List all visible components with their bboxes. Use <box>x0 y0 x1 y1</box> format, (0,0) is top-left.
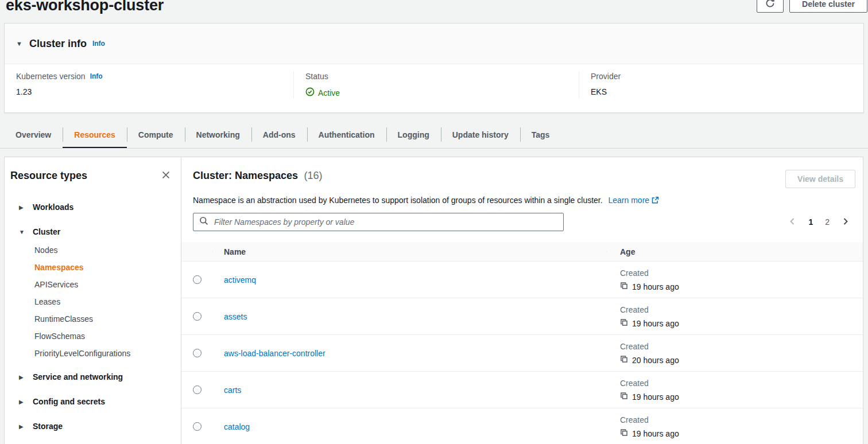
learn-more-link[interactable]: Learn more <box>609 196 660 205</box>
table-header-row: Name Age <box>181 242 863 262</box>
row-radio[interactable] <box>193 349 202 357</box>
chevron-right-icon: ▶ <box>19 423 26 430</box>
column-header-name: Name <box>212 247 606 256</box>
tab-resources[interactable]: Resources <box>63 121 127 148</box>
age-value: 19 hours ago <box>632 390 679 404</box>
sidebar-section-cluster[interactable]: ▼ Cluster <box>10 227 172 236</box>
namespace-link[interactable]: carts <box>224 385 241 395</box>
close-sidebar-button[interactable] <box>160 169 172 182</box>
created-label: Created <box>620 340 863 353</box>
namespaces-title: Cluster: Namespaces <box>193 170 298 181</box>
refresh-button[interactable] <box>757 0 784 13</box>
resource-type-tree: ▶ Workloads ▼ Cluster Nodes Namespaces A… <box>10 202 172 431</box>
table-row: activemq Created 19 hours ago <box>181 262 863 298</box>
section-storage: ▶ Storage <box>10 422 172 431</box>
close-icon <box>161 170 170 181</box>
table-row: aws-load-balancer-controller Created 20 … <box>181 335 863 372</box>
provider-field: Provider EKS <box>579 72 852 98</box>
section-config-and-secrets: ▶ Config and secrets <box>10 397 172 406</box>
tab-tags[interactable]: Tags <box>520 121 561 148</box>
namespaces-count: (16) <box>304 170 323 181</box>
section-service-networking-label: Service and networking <box>33 372 123 381</box>
chevron-down-icon: ▼ <box>16 40 22 47</box>
table-row: catalog Created 19 hours ago <box>181 408 863 444</box>
next-page-button[interactable] <box>838 216 854 229</box>
tab-overview[interactable]: Overview <box>4 121 63 148</box>
cluster-info-header[interactable]: ▼ Cluster info Info <box>5 24 863 64</box>
provider-label: Provider <box>591 72 840 81</box>
sidebar-item-leases[interactable]: Leases <box>10 293 172 310</box>
resource-types-title: Resource types <box>10 170 87 182</box>
age-value: 20 hours ago <box>632 353 679 367</box>
page-1-button[interactable]: 1 <box>804 216 817 228</box>
tab-update-history[interactable]: Update history <box>441 121 520 148</box>
namespaces-main: Cluster: Namespaces (16) View details Na… <box>181 157 863 444</box>
page-title: eks-workshop-cluster <box>6 0 164 14</box>
namespace-link[interactable]: activemq <box>224 275 256 285</box>
tabs-divider <box>0 148 868 149</box>
section-cluster-label: Cluster <box>33 227 60 236</box>
delete-cluster-button[interactable]: Delete cluster <box>789 0 867 13</box>
sidebar-item-runtimeclasses[interactable]: RuntimeClasses <box>10 310 172 328</box>
sidebar-item-flowschemas[interactable]: FlowSchemas <box>10 328 172 345</box>
copy-icon[interactable] <box>620 280 628 294</box>
sidebar-item-prioritylevelconfigurations[interactable]: PriorityLevelConfigurations <box>10 345 172 362</box>
namespace-link[interactable]: assets <box>224 312 247 321</box>
learn-more-label: Learn more <box>609 196 650 205</box>
section-config-secrets-label: Config and secrets <box>33 397 105 406</box>
kubernetes-version-label: Kubernetes version <box>16 72 86 81</box>
sidebar-section-workloads[interactable]: ▶ Workloads <box>10 202 172 212</box>
cluster-info-body: Kubernetes version Info 1.23 Status Acti… <box>5 64 863 98</box>
cluster-info-info-link[interactable]: Info <box>92 40 105 48</box>
row-radio[interactable] <box>193 422 202 431</box>
sidebar-item-nodes[interactable]: Nodes <box>10 242 172 259</box>
copy-icon[interactable] <box>620 390 628 404</box>
refresh-icon <box>765 0 775 10</box>
tab-authentication[interactable]: Authentication <box>307 121 386 148</box>
namespace-link[interactable]: catalog <box>224 422 250 431</box>
row-radio[interactable] <box>193 275 202 284</box>
copy-icon[interactable] <box>620 353 628 367</box>
sidebar-section-config-and-secrets[interactable]: ▶ Config and secrets <box>10 397 172 406</box>
cluster-info-panel: ▼ Cluster info Info Kubernetes version I… <box>4 23 864 113</box>
age-value: 19 hours ago <box>632 427 679 441</box>
chevron-right-icon: ▶ <box>19 399 26 405</box>
tab-networking[interactable]: Networking <box>185 121 251 148</box>
cluster-tabs: Overview Resources Compute Networking Ad… <box>4 121 561 148</box>
created-label: Created <box>620 266 863 280</box>
sidebar-item-namespaces[interactable]: Namespaces <box>10 259 172 276</box>
copy-icon[interactable] <box>620 427 628 441</box>
table-row: assets Created 19 hours ago <box>181 298 863 335</box>
chevron-right-icon: ▶ <box>19 374 26 380</box>
age-value: 19 hours ago <box>632 317 679 330</box>
tab-logging[interactable]: Logging <box>386 121 441 148</box>
page-2-button[interactable]: 2 <box>821 216 834 228</box>
filter-namespaces-input[interactable] <box>208 213 563 231</box>
status-label: Status <box>305 72 567 81</box>
tab-compute[interactable]: Compute <box>127 121 185 148</box>
section-storage-label: Storage <box>33 422 63 431</box>
status-field: Status Active <box>293 72 579 98</box>
namespaces-table: Name Age activemq Created 19 hours ago <box>181 242 863 444</box>
kubernetes-version-info-link[interactable]: Info <box>90 72 103 80</box>
resource-types-sidebar: Resource types ▶ Workloads ▼ <box>5 157 181 444</box>
provider-value: EKS <box>591 87 840 96</box>
row-radio[interactable] <box>193 385 202 394</box>
external-link-icon <box>651 197 659 206</box>
view-details-button[interactable]: View details <box>785 170 855 188</box>
previous-page-button[interactable] <box>784 216 800 229</box>
sidebar-section-service-and-networking[interactable]: ▶ Service and networking <box>10 372 172 381</box>
column-header-age: Age <box>606 247 863 256</box>
kubernetes-version-field: Kubernetes version Info 1.23 <box>16 72 293 98</box>
filter-input-wrap <box>193 213 564 231</box>
copy-icon[interactable] <box>620 317 628 330</box>
namespace-link[interactable]: aws-load-balancer-controller <box>224 349 326 358</box>
tab-add-ons[interactable]: Add-ons <box>251 121 307 148</box>
row-radio[interactable] <box>193 312 202 321</box>
section-cluster: ▼ Cluster Nodes Namespaces APIServices L… <box>10 227 172 362</box>
status-badge: Active <box>318 88 340 98</box>
sidebar-item-apiservices[interactable]: APIServices <box>10 276 172 293</box>
status-check-circle-icon <box>305 87 315 98</box>
chevron-down-icon: ▼ <box>19 229 26 235</box>
sidebar-section-storage[interactable]: ▶ Storage <box>10 422 172 431</box>
